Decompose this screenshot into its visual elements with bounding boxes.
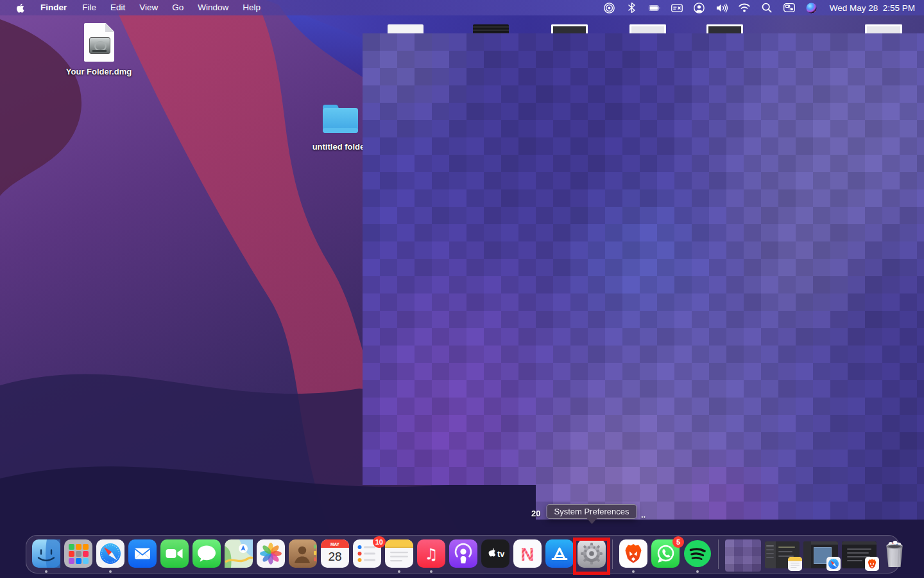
brave-badge-icon [865, 557, 879, 571]
svg-text:♫: ♫ [424, 545, 438, 563]
user-account-icon[interactable] [694, 2, 705, 13]
hard-drive-glyph [89, 37, 110, 54]
dock-tooltip: System Preferences [546, 504, 637, 519]
dock-window-blurred[interactable] [725, 539, 761, 572]
dock-system-preferences-icon[interactable]: System Preferences [578, 539, 606, 568]
menu-file[interactable]: File [75, 3, 103, 12]
partial-desktop-icon [473, 24, 509, 34]
menu-bar: FinderFileEditViewGoWindowHelp Wed May 2… [0, 0, 924, 15]
app-menus: FinderFileEditViewGoWindowHelp [32, 0, 268, 15]
wifi-icon[interactable] [739, 2, 750, 13]
dock-app-store-icon[interactable] [545, 539, 574, 568]
input-source-icon[interactable] [671, 2, 683, 13]
dock: MAY2810♫tvNSystem Preferences5 [26, 535, 900, 574]
dock-mail-icon[interactable] [128, 539, 157, 568]
menu-help[interactable]: Help [235, 3, 268, 12]
dock-window-notes[interactable] [765, 541, 800, 568]
menu-window[interactable]: Window [191, 3, 235, 12]
dock-messages-icon[interactable] [193, 539, 221, 568]
pixelated-region [363, 33, 924, 525]
battery-icon[interactable] [649, 2, 660, 13]
macos-desktop: FinderFileEditViewGoWindowHelp Wed May 2… [0, 0, 924, 578]
running-indicator [398, 570, 400, 573]
dock-window-safari[interactable] [803, 541, 838, 568]
dock-photos-icon[interactable] [257, 539, 285, 568]
siri-icon[interactable] [806, 2, 817, 13]
desktop-icon-dmg[interactable] [84, 23, 114, 62]
dock-window-brave[interactable] [842, 541, 877, 568]
dock-safari-icon[interactable] [96, 539, 124, 568]
running-indicator [45, 570, 47, 573]
menu-bar-clock[interactable]: Wed May 28 2:55 PM [830, 3, 915, 13]
notes-badge-icon [788, 557, 802, 571]
notification-badge: 10 [373, 536, 386, 548]
apple-logo-icon [15, 3, 25, 13]
running-indicator [109, 570, 112, 573]
dock-trash-icon[interactable] [880, 539, 909, 568]
dock-podcasts-icon[interactable] [449, 539, 477, 568]
menu-go[interactable]: Go [165, 3, 191, 12]
safari-badge-icon [826, 557, 841, 571]
svg-text:MAY: MAY [330, 542, 340, 547]
status-icons [604, 2, 817, 13]
spotlight-search-icon[interactable] [761, 2, 773, 13]
control-center-icon[interactable] [783, 2, 795, 13]
menu-view[interactable]: View [132, 3, 165, 12]
dock-notes-icon[interactable] [385, 539, 413, 568]
menu-bar-left: FinderFileEditViewGoWindowHelp [0, 0, 268, 15]
dock-finder-icon[interactable] [32, 539, 60, 568]
menu-bar-status: Wed May 28 2:55 PM [604, 2, 924, 13]
dock-spotify-icon[interactable] [683, 539, 712, 568]
running-indicator [632, 570, 635, 573]
dock-reminders-icon[interactable]: 10 [353, 539, 381, 568]
dock-whatsapp-icon[interactable]: 5 [651, 539, 680, 568]
dock-facetime-icon[interactable] [160, 539, 189, 568]
dmg-label[interactable]: Your Folder.dmg [47, 67, 150, 76]
dock-calendar-icon[interactable]: MAY28 [321, 539, 349, 568]
notification-badge: 5 [672, 536, 684, 548]
dock-maps-icon[interactable] [225, 539, 253, 568]
tooltip-arrow [586, 518, 597, 524]
menu-finder[interactable]: Finder [32, 3, 75, 12]
desktop-icon-folder[interactable] [321, 102, 359, 134]
bluetooth-icon[interactable] [626, 2, 638, 13]
apple-menu[interactable] [8, 3, 32, 13]
dock-contacts-icon[interactable] [289, 539, 317, 568]
obscured-label-right: .. [641, 510, 646, 520]
dock-separator [718, 539, 719, 569]
menu-edit[interactable]: Edit [103, 3, 132, 12]
dock-separator [612, 539, 613, 569]
dock-brave-icon[interactable] [619, 539, 647, 568]
svg-text:tv: tv [497, 550, 504, 559]
svg-text:28: 28 [328, 550, 341, 563]
dock-launchpad-icon[interactable] [64, 539, 92, 568]
hotspot-icon[interactable] [604, 2, 615, 13]
running-indicator [696, 570, 699, 573]
svg-text:N: N [521, 544, 535, 565]
obscured-label-left: 20 [531, 509, 540, 518]
partial-desktop-icon [388, 24, 424, 34]
volume-icon[interactable] [716, 2, 728, 13]
running-indicator [430, 570, 432, 573]
dock-tv-icon[interactable]: tv [481, 539, 509, 568]
dock-music-icon[interactable]: ♫ [417, 539, 445, 568]
dock-news-icon[interactable]: N [513, 539, 542, 568]
